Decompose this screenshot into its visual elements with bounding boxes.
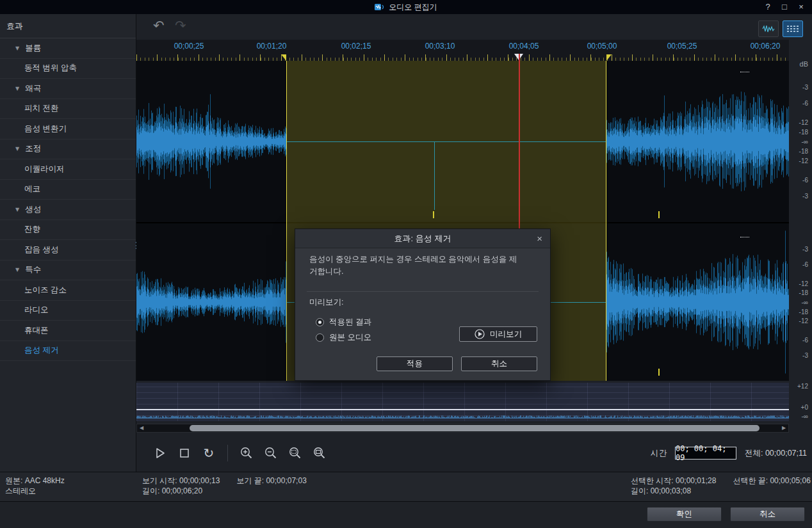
sidebar-item[interactable]: 잡음 생성 <box>0 240 136 260</box>
radio-icon <box>316 318 324 326</box>
selection-center-line <box>287 141 606 142</box>
db-scale-label: -12 <box>799 317 808 324</box>
sidebar-item[interactable]: 노이즈 감소 <box>0 280 136 301</box>
toolbar: ↶ ↷ <box>136 14 812 40</box>
scrollbar-thumb[interactable] <box>190 425 759 431</box>
total-time: 전체: 00;00;07;11 <box>745 448 807 459</box>
zoom-in-button[interactable] <box>237 444 256 463</box>
dialog-close-button[interactable]: × <box>537 229 542 248</box>
horizontal-scrollbar[interactable]: ◀ ▶ <box>136 424 789 433</box>
waveform-view-button[interactable] <box>758 20 779 37</box>
zoom-out-button[interactable] <box>261 444 280 463</box>
ruler-major-ticks <box>136 54 789 61</box>
radio-original-audio[interactable]: 원본 오디오 <box>316 332 371 343</box>
sidebar-item[interactable]: 이퀄라이저 <box>0 159 136 180</box>
collapse-caret-icon: ▼ <box>15 146 19 152</box>
app-icon <box>375 3 385 11</box>
sidebar-header: 효과 <box>0 14 136 38</box>
sidebar-item[interactable]: 잔향 <box>0 220 136 241</box>
sidebar-category[interactable]: ▼생성 <box>0 200 136 220</box>
transport-separator <box>227 445 228 461</box>
dialog-title-bar[interactable]: 효과: 음성 제거 × <box>295 229 550 248</box>
dialog-title: 효과: 음성 제거 <box>394 233 451 244</box>
sidebar-category[interactable]: ▼볼륨 <box>0 38 136 59</box>
sidebar-item[interactable]: 에코 <box>0 180 136 200</box>
ruler-timestamp: 00;05;25 <box>667 42 697 51</box>
play-button[interactable] <box>150 444 170 463</box>
transport-bar: ↻ 시간 00; 00; 04; 09 전체: <box>136 437 812 469</box>
sidebar-item[interactable]: 피치 전환 <box>0 99 136 120</box>
sidebar-category[interactable]: ▼조정 <box>0 140 136 160</box>
zoom-fit-button[interactable] <box>310 444 329 463</box>
sidebar-category[interactable]: ▼왜곡 <box>0 79 136 99</box>
time-label: 시간 <box>651 448 667 459</box>
undo-button[interactable]: ↶ <box>153 18 165 33</box>
zoom-selection-button[interactable] <box>286 444 305 463</box>
radio-applied-result[interactable]: 적용된 결과 <box>316 317 371 328</box>
collapse-caret-icon: ▼ <box>15 86 19 92</box>
sidebar-item-label: 음성 변환기 <box>24 124 67 134</box>
sidebar-category[interactable]: ▼특수 <box>0 260 136 281</box>
title-bar: 오디오 편집기 ? □ × <box>0 0 812 14</box>
preview-button[interactable]: 미리보기 <box>459 326 537 342</box>
ruler-timestamp: 00;00;25 <box>174 42 204 51</box>
overview-canvas[interactable] <box>136 383 789 421</box>
time-ruler[interactable]: 00;00;2500;01;2000;02;1500;03;1000;04;05… <box>136 40 789 61</box>
scroll-right-arrow[interactable]: ▶ <box>779 424 788 432</box>
dialog-cancel-button[interactable]: 취소 <box>461 356 537 371</box>
selection-start-flag[interactable] <box>281 54 286 61</box>
overview-scale-top: +12 <box>797 383 808 390</box>
sidebar-item[interactable]: 음성 변환기 <box>0 119 136 140</box>
preview-button-label: 미리보기 <box>490 329 522 340</box>
apply-button[interactable]: 적용 <box>377 356 453 371</box>
radio-icon <box>316 333 324 342</box>
db-scale-label: -3 <box>802 192 808 199</box>
db-scale-label: -6 <box>802 261 808 268</box>
ruler-timestamp: 00;03;10 <box>425 42 455 51</box>
loop-button[interactable]: ↻ <box>199 444 218 463</box>
db-scale-label: -12 <box>799 157 808 164</box>
sidebar-item-label: 동적 범위 압축 <box>24 63 77 74</box>
marker-tick <box>433 211 434 218</box>
sidebar-item[interactable]: 음성 제거 <box>0 341 136 362</box>
sidebar-item[interactable]: 라디오 <box>0 301 136 321</box>
time-display[interactable]: 00; 00; 04; 09 <box>675 447 736 460</box>
sidebar-item-label: 음성 제거 <box>24 345 58 356</box>
stop-button[interactable] <box>175 444 194 463</box>
sidebar-item[interactable]: 휴대폰 <box>0 321 136 341</box>
zoom-selection-icon <box>288 446 302 460</box>
view-end: 보기 끝: 00;00;07;03 <box>236 476 306 486</box>
selection-end-flag[interactable] <box>606 54 612 61</box>
loop-icon: ↻ <box>204 445 215 461</box>
scroll-left-arrow[interactable]: ◀ <box>137 424 146 432</box>
db-scale-label: -3 <box>802 84 808 91</box>
source-channels: 스테레오 <box>5 486 65 496</box>
db-scale-label: -18 <box>799 289 808 296</box>
time-group: 시간 00; 00; 04; 09 전체: 00;00;07;11 <box>651 437 807 469</box>
dialog-separator <box>307 291 539 292</box>
selection-length: 길이: 00;00;03;08 <box>631 486 811 496</box>
zoom-fit-icon <box>313 446 327 460</box>
ok-button[interactable]: 확인 <box>647 507 722 522</box>
sidebar-category-label: 조정 <box>25 143 41 154</box>
footer-bar: 확인 취소 <box>0 501 812 528</box>
help-button[interactable]: ? <box>759 0 776 14</box>
dialog-description: 음성이 중앙으로 퍼지는 경우 스테레오 음악에서 음성을 제거합니다. <box>309 253 524 278</box>
sidebar-item-label: 피치 전환 <box>24 103 58 114</box>
footer-cancel-button[interactable]: 취소 <box>730 507 805 522</box>
effects-sidebar: 효과 ▼볼륨동적 범위 압축▼왜곡피치 전환음성 변환기▼조정이퀄라이저에코▼생… <box>0 14 136 472</box>
overview-strip[interactable] <box>136 383 789 421</box>
source-format: 원본: AAC 48kHz <box>5 476 65 486</box>
zoom-out-icon <box>264 446 278 460</box>
sidebar-item[interactable]: 동적 범위 압축 <box>0 59 136 79</box>
db-scale-label: -∞ <box>802 299 808 306</box>
sidebar-category-label: 생성 <box>25 204 41 215</box>
overview-scale-mid: +0 <box>801 404 808 411</box>
view-start: 보기 시작: 00;00;00;13 <box>142 476 220 486</box>
db-scale-label: -3 <box>802 246 808 253</box>
redo-button[interactable]: ↷ <box>175 18 186 33</box>
db-scale-label: -12 <box>799 280 808 287</box>
sidebar-item-label: 노이즈 감소 <box>24 285 67 296</box>
play-icon <box>153 446 167 460</box>
db-scale-label: -12 <box>799 118 808 125</box>
